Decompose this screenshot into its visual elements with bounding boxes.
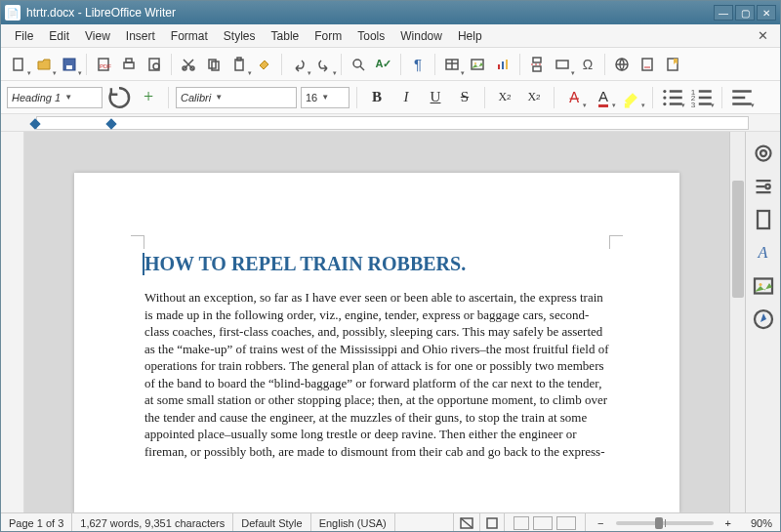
insert-hyperlink-button[interactable]: [610, 53, 634, 76]
sidebar-styles-icon[interactable]: A: [752, 241, 775, 265]
font-name-combo[interactable]: Calibri▼: [176, 87, 297, 108]
minimize-button[interactable]: —: [714, 5, 733, 20]
menu-format[interactable]: Format: [163, 26, 216, 46]
menu-table[interactable]: Table: [264, 26, 308, 46]
formatting-marks-button[interactable]: ¶: [406, 53, 430, 76]
find-replace-button[interactable]: [347, 53, 370, 76]
menu-edit[interactable]: Edit: [41, 26, 77, 46]
align-button[interactable]: [729, 86, 755, 109]
undo-button[interactable]: [287, 53, 310, 76]
menu-form[interactable]: Form: [307, 26, 349, 46]
menu-tools[interactable]: Tools: [349, 26, 392, 46]
italic-button[interactable]: I: [393, 86, 419, 109]
svg-rect-2: [66, 65, 72, 69]
new-button[interactable]: [7, 53, 30, 76]
zoom-out-button[interactable]: −: [594, 517, 607, 529]
spellcheck-button[interactable]: A✓: [372, 53, 395, 76]
document-heading[interactable]: HOW TO REPEL TRAIN ROBBERS.: [143, 253, 609, 275]
insert-image-button[interactable]: [466, 53, 489, 76]
copy-button[interactable]: [202, 53, 226, 76]
status-zoom[interactable]: 90%: [743, 513, 780, 532]
paragraph-style-combo[interactable]: Heading 1▼: [7, 87, 103, 108]
open-button[interactable]: [32, 53, 56, 76]
svg-point-15: [353, 60, 361, 67]
svg-rect-5: [124, 62, 134, 68]
new-style-button[interactable]: +: [136, 86, 161, 109]
view-single-page-button[interactable]: [514, 516, 529, 530]
status-page[interactable]: Page 1 of 3: [1, 513, 72, 532]
sidebar-page-icon[interactable]: [752, 208, 775, 231]
menu-view[interactable]: View: [77, 26, 118, 46]
svg-rect-6: [126, 59, 132, 62]
zoom-slider[interactable]: [616, 521, 714, 525]
margin-corner-icon: [609, 235, 623, 249]
font-size-combo[interactable]: 16▼: [301, 87, 349, 108]
menu-window[interactable]: Window: [392, 26, 450, 46]
zoom-in-button[interactable]: +: [721, 517, 735, 529]
ruler-vertical[interactable]: [1, 132, 24, 512]
print-preview-button[interactable]: [143, 53, 166, 76]
menu-file[interactable]: File: [7, 26, 41, 46]
font-color-button[interactable]: A: [591, 86, 616, 109]
redo-button[interactable]: [312, 53, 336, 76]
sidebar-navigator-icon[interactable]: [752, 307, 775, 331]
sidebar: A: [745, 132, 780, 512]
status-page-style[interactable]: Default Style: [233, 513, 310, 532]
svg-rect-22: [533, 58, 541, 62]
menu-help[interactable]: Help: [450, 26, 490, 46]
status-word-count[interactable]: 1,627 words, 9,351 characters: [72, 513, 233, 532]
bold-button[interactable]: B: [364, 86, 390, 109]
bullet-list-button[interactable]: [660, 86, 685, 109]
window-title: htrtr.docx - LibreOffice Writer: [26, 6, 714, 20]
view-book-button[interactable]: [556, 516, 576, 530]
number-list-button[interactable]: 123: [689, 86, 715, 109]
menu-styles[interactable]: Styles: [216, 26, 264, 46]
scrollbar-vertical[interactable]: [729, 132, 745, 512]
sidebar-gallery-icon[interactable]: [752, 274, 775, 298]
strikethrough-button[interactable]: S: [452, 86, 477, 109]
underline-button[interactable]: U: [423, 86, 448, 109]
export-pdf-button[interactable]: PDF: [92, 53, 115, 76]
sidebar-properties-icon[interactable]: [752, 175, 775, 198]
superscript-button[interactable]: X2: [492, 86, 517, 109]
status-spacer: [395, 513, 454, 532]
print-button[interactable]: [117, 53, 141, 76]
insert-special-char-button[interactable]: Ω: [576, 53, 599, 76]
document-body[interactable]: Without an exception, so far as I have e…: [144, 289, 609, 460]
sidebar-settings-icon[interactable]: [752, 142, 775, 165]
standard-toolbar: PDF A✓ ¶ Ω: [1, 48, 780, 81]
insert-footnote-button[interactable]: [636, 53, 659, 76]
svg-point-29: [663, 96, 666, 99]
insert-bookmark-button[interactable]: [661, 53, 684, 76]
svg-rect-20: [502, 61, 504, 69]
subscript-button[interactable]: X2: [521, 86, 547, 109]
formatting-toolbar: Heading 1▼ + Calibri▼ 16▼ B I U S X2 X2 …: [1, 81, 780, 114]
document-canvas[interactable]: HOW TO REPEL TRAIN ROBBERS. Without an e…: [24, 132, 729, 512]
svg-point-18: [474, 62, 476, 64]
cut-button[interactable]: [177, 53, 200, 76]
update-style-button[interactable]: [106, 86, 132, 109]
insert-page-break-button[interactable]: [525, 53, 549, 76]
svg-rect-26: [642, 59, 652, 70]
insert-chart-button[interactable]: [491, 53, 514, 76]
clone-formatting-button[interactable]: [253, 53, 276, 76]
highlight-button[interactable]: [620, 86, 645, 109]
save-button[interactable]: [58, 53, 81, 76]
status-signature[interactable]: [480, 513, 505, 532]
close-document-button[interactable]: ✕: [752, 25, 774, 46]
maximize-button[interactable]: ▢: [735, 5, 755, 20]
close-window-button[interactable]: ✕: [757, 5, 776, 20]
view-multi-page-button[interactable]: [533, 516, 553, 530]
menu-insert[interactable]: Insert: [118, 26, 163, 46]
insert-field-button[interactable]: [551, 53, 574, 76]
status-language[interactable]: English (USA): [311, 513, 395, 532]
svg-rect-19: [498, 64, 500, 69]
status-selection-mode[interactable]: [454, 513, 480, 532]
clear-formatting-button[interactable]: A̶: [561, 86, 587, 109]
insert-table-button[interactable]: [440, 53, 464, 76]
margin-corner-icon: [131, 235, 144, 249]
ruler-horizontal[interactable]: [1, 114, 780, 132]
svg-point-8: [153, 63, 159, 69]
document-page[interactable]: HOW TO REPEL TRAIN ROBBERS. Without an e…: [74, 173, 679, 512]
paste-button[interactable]: [227, 53, 251, 76]
